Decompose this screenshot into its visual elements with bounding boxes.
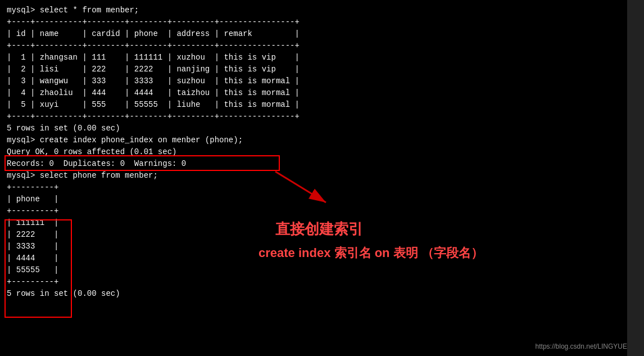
arrow-icon xyxy=(270,166,337,211)
terminal-line-0: mysql> select * from menber; xyxy=(7,4,637,16)
watermark-text: https://blog.csdn.net/LINGYUEMM xyxy=(536,343,638,350)
annotation-title: 直接创建索引 xyxy=(275,219,363,239)
terminal-line-8: | 5 | xuyi | 555 | 55555 | liuhe | this … xyxy=(7,99,637,111)
terminal-line-1: +----+----------+--------+--------+-----… xyxy=(7,16,637,28)
terminal-line-2: | id | name | cardid | phone | address |… xyxy=(7,28,637,40)
terminal-line-3: +----+----------+--------+--------+-----… xyxy=(7,40,637,52)
csdn-sidebar xyxy=(627,0,644,356)
svg-line-1 xyxy=(275,172,326,202)
terminal-line-26: 5 rows in set (0.00 sec) xyxy=(7,288,637,300)
terminal-line-24: | 55555 | xyxy=(7,264,637,276)
terminal-line-13: Query OK, 0 rows affected (0.01 sec) xyxy=(7,146,637,158)
terminal-line-4: | 1 | zhangsan | 111 | 111111 | xuzhou |… xyxy=(7,52,637,64)
annotation-subtitle: create index 索引名 on 表明 （字段名） xyxy=(258,245,483,262)
terminal-line-9: +----+----------+--------+--------+-----… xyxy=(7,111,637,123)
terminal-line-6: | 3 | wangwu | 333 | 3333 | suzhou | thi… xyxy=(7,75,637,87)
terminal-line-5: | 2 | lisi | 222 | 2222 | nanjing | this… xyxy=(7,64,637,75)
terminal-line-25: +---------+ xyxy=(7,276,637,288)
terminal-line-7: | 4 | zhaoliu | 444 | 4444 | taizhou | t… xyxy=(7,87,637,99)
terminal-line-12: mysql> create index phone_index on menbe… xyxy=(7,134,637,146)
terminal-line-10: 5 rows in set (0.00 sec) xyxy=(7,123,637,134)
